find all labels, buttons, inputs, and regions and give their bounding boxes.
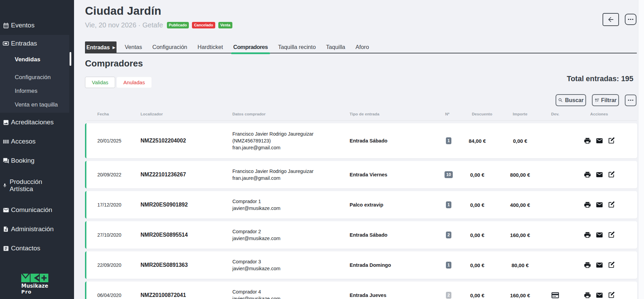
musikaze-logo: Musikaze Pro bbox=[21, 274, 48, 294]
tab-hardticket[interactable]: Hardticket bbox=[192, 41, 228, 53]
edit-icon bbox=[608, 201, 615, 208]
edit-icon bbox=[608, 261, 615, 269]
print-button[interactable] bbox=[584, 261, 591, 269]
buyer-email: javier@musikaze.com bbox=[232, 295, 344, 299]
sidebar-group-entradas: Entradas Vendidas Configuración Informes… bbox=[0, 35, 69, 113]
table-row[interactable]: 22/09/2020 NMR20ES0891363 Comprador 3 ja… bbox=[85, 251, 637, 279]
printer-icon bbox=[584, 171, 591, 178]
printer-icon bbox=[584, 137, 591, 145]
edit-button[interactable] bbox=[608, 171, 615, 178]
validas-filter-button[interactable]: Validas bbox=[85, 77, 115, 88]
cell-acciones bbox=[569, 137, 637, 145]
print-button[interactable] bbox=[584, 137, 591, 145]
cell-importe: 160,00 € bbox=[499, 292, 542, 298]
tab-ventas[interactable]: Ventas bbox=[120, 41, 147, 53]
edit-button[interactable] bbox=[608, 291, 615, 299]
cell-fecha: 20/09/2022 bbox=[86, 172, 134, 177]
table-row[interactable]: 06/04/2020 NMZ20100872041 Comprador 4 ja… bbox=[85, 282, 637, 299]
print-button[interactable] bbox=[584, 231, 591, 239]
buscar-button[interactable]: Buscar bbox=[556, 94, 586, 106]
table-row[interactable]: 27/10/2020 NMR20ES0895514 Comprador 2 ja… bbox=[85, 221, 637, 249]
email-button[interactable] bbox=[596, 231, 603, 239]
email-button[interactable] bbox=[596, 261, 603, 269]
sidebar-subitem-informes[interactable]: Informes bbox=[0, 84, 69, 98]
sidebar-item-contactos[interactable]: Contactos bbox=[0, 239, 74, 258]
sidebar: Eventos Entradas Vendidas Configuración … bbox=[0, 0, 74, 299]
tab-taquilla[interactable]: Taquilla bbox=[321, 41, 350, 53]
cell-acciones bbox=[569, 291, 637, 299]
tab-bar: Entradas ▶ Ventas Configuración Hardtick… bbox=[85, 41, 637, 53]
email-button[interactable] bbox=[596, 137, 603, 145]
cell-localizador: NMZ20100872041 bbox=[134, 292, 226, 298]
edit-button[interactable] bbox=[608, 201, 615, 209]
sidebar-submenu-entradas: Vendidas Configuración Informes Venta en… bbox=[0, 52, 69, 112]
total-entries-value: 195 bbox=[621, 75, 633, 83]
back-button[interactable] bbox=[603, 13, 619, 26]
sidebar-subitem-vendidas[interactable]: Vendidas bbox=[0, 52, 69, 67]
sidebar-scrollbar-thumb[interactable] bbox=[70, 52, 71, 66]
cell-localizador: NMR20ES0895514 bbox=[134, 232, 226, 238]
print-button[interactable] bbox=[584, 201, 591, 209]
tab-taquilla-recinto[interactable]: Taquilla recinto bbox=[273, 41, 321, 53]
page-scrollbar-track[interactable] bbox=[638, 0, 644, 299]
sidebar-item-label: Administración bbox=[11, 225, 54, 233]
buyer-name: Francisco Javier Rodrigo Jaureguizar bbox=[232, 130, 344, 137]
event-date-location: Vie, 20 nov 2026 · Getafe bbox=[85, 21, 163, 29]
table-row[interactable]: 20/01/2025 NMZ25102204002 Francisco Javi… bbox=[85, 123, 637, 158]
buyer-email: fran.jaure@gmail.com bbox=[232, 144, 344, 151]
filtrar-button[interactable]: Filtrar bbox=[592, 94, 619, 106]
sidebar-subitem-configuracion[interactable]: Configuración bbox=[0, 71, 69, 84]
cell-datos-comprador: Comprador 3 javier@musikaze.com bbox=[226, 258, 344, 272]
sidebar-item-booking[interactable]: Booking bbox=[0, 151, 74, 170]
table-more-options-button[interactable] bbox=[625, 95, 636, 106]
cell-importe: 400,00 € bbox=[499, 202, 542, 208]
cell-numero: 2 bbox=[439, 292, 456, 299]
tab-compradores[interactable]: Compradores bbox=[228, 41, 273, 53]
qty-badge: 2 bbox=[446, 292, 452, 299]
email-button[interactable] bbox=[596, 171, 603, 178]
col-tipo-entrada: Tipo de entrada bbox=[344, 112, 439, 116]
printer-icon bbox=[584, 231, 591, 239]
entradas-menu-button[interactable]: Entradas ▶ bbox=[85, 41, 117, 53]
table-row[interactable]: 17/12/2020 NMR20ES0901892 Comprador 1 ja… bbox=[85, 191, 637, 219]
cell-datos-comprador: Francisco Javier Rodrigo Jaureguizar fra… bbox=[226, 168, 344, 182]
arrow-left-icon bbox=[607, 16, 615, 23]
image-icon bbox=[2, 119, 9, 126]
sidebar-item-administracion[interactable]: Administración bbox=[0, 220, 74, 239]
tab-aforo[interactable]: Aforo bbox=[350, 41, 374, 53]
print-button[interactable] bbox=[584, 171, 591, 178]
sidebar-subitem-venta-en-taquilla[interactable]: Venta en taquilla bbox=[0, 98, 69, 112]
sidebar-item-eventos[interactable]: Eventos bbox=[0, 16, 74, 35]
buyers-table: Fecha Localizador Datos comprador Tipo d… bbox=[85, 112, 637, 299]
cell-localizador: NMR20ES0891363 bbox=[134, 262, 226, 268]
sidebar-item-produccion-artistica[interactable]: Producción Artística bbox=[0, 170, 74, 200]
sidebar-item-entradas[interactable]: Entradas bbox=[0, 35, 69, 52]
musikaze-logo-icon bbox=[21, 274, 48, 282]
edit-button[interactable] bbox=[608, 261, 615, 269]
col-importe: Importe bbox=[499, 112, 542, 116]
print-button[interactable] bbox=[584, 291, 591, 299]
anuladas-filter-button[interactable]: Anuladas bbox=[117, 77, 152, 88]
more-options-button[interactable] bbox=[625, 14, 636, 25]
cell-fecha: 17/12/2020 bbox=[86, 202, 134, 208]
email-button[interactable] bbox=[596, 291, 603, 299]
sidebar-item-label: Eventos bbox=[11, 22, 35, 29]
table-row[interactable]: 20/09/2022 NMZ22101236267 Francisco Javi… bbox=[85, 161, 637, 188]
status-badge-venta: Venta bbox=[218, 22, 232, 28]
edit-button[interactable] bbox=[608, 137, 615, 145]
credit-card-icon bbox=[551, 291, 560, 299]
col-descuento: Descuento bbox=[461, 112, 503, 116]
cell-numero: 1 bbox=[439, 262, 456, 269]
microphone-icon bbox=[2, 183, 8, 188]
sidebar-item-accesos[interactable]: Accesos bbox=[0, 132, 74, 151]
calendar-icon bbox=[2, 22, 9, 29]
edit-button[interactable] bbox=[608, 231, 615, 239]
sidebar-item-comunicacion[interactable]: Comunicación bbox=[0, 200, 74, 220]
tab-configuracion[interactable]: Configuración bbox=[147, 41, 192, 53]
sidebar-item-acreditaciones[interactable]: Acreditaciones bbox=[0, 113, 74, 132]
email-button[interactable] bbox=[596, 201, 603, 209]
musikaze-logo-text-pro: Pro bbox=[21, 289, 48, 294]
sidebar-subitem-label: Informes bbox=[15, 88, 37, 95]
qty-badge: 1 bbox=[446, 201, 452, 208]
buyer-name: Francisco Javier Rodrigo Jaureguizar bbox=[232, 168, 344, 175]
